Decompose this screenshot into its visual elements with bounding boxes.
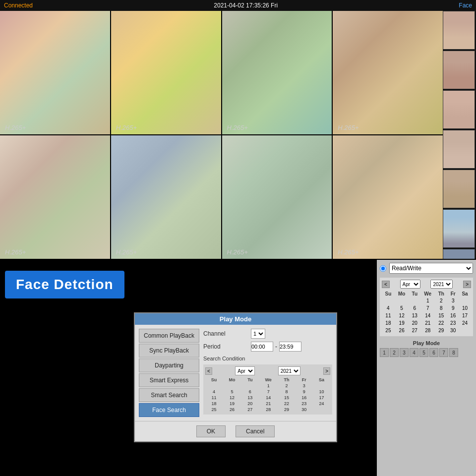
mc-day[interactable]: 29 xyxy=(278,407,295,413)
mc-day[interactable]: 26 xyxy=(223,407,241,413)
mc-day[interactable]: 14 xyxy=(259,395,278,401)
mc-day[interactable]: 28 xyxy=(259,407,278,413)
channel-select[interactable]: 1234 xyxy=(251,329,265,339)
play-mode-num-7[interactable]: 7 xyxy=(439,348,448,357)
mini-cal-month[interactable]: AprJanFeb xyxy=(235,366,255,375)
mc-day[interactable]: 8 xyxy=(278,389,295,395)
cal-day[interactable]: 13 xyxy=(409,312,421,319)
cal-day[interactable]: 24 xyxy=(459,319,471,327)
cal-day[interactable]: 2 xyxy=(435,297,447,304)
mc-day[interactable]: 20 xyxy=(241,401,259,407)
calendar-year-select[interactable]: 202120202022 xyxy=(430,280,453,289)
cal-day[interactable]: 29 xyxy=(435,327,447,334)
mini-cal-year[interactable]: 20212020 xyxy=(278,366,300,375)
cal-day[interactable]: 5 xyxy=(395,304,409,312)
cal-day[interactable]: 8 xyxy=(435,304,447,312)
mini-cal-prev[interactable]: < xyxy=(205,367,212,375)
cal-day[interactable]: 12 xyxy=(395,312,409,319)
mc-day[interactable]: 24 xyxy=(313,401,330,407)
cal-day[interactable]: 30 xyxy=(447,327,459,334)
face-thumb-5[interactable] xyxy=(443,170,475,208)
sidebar-common-playback[interactable]: Common PlayBack xyxy=(139,329,199,343)
cal-day[interactable]: 15 xyxy=(435,312,447,319)
cal-day[interactable]: 7 xyxy=(420,304,435,312)
camera-cell-6[interactable]: H.265+ xyxy=(111,135,221,259)
play-mode-num-4[interactable]: 4 xyxy=(410,348,418,357)
face-thumb-7[interactable] xyxy=(443,249,475,259)
play-mode-num-1[interactable]: 1 xyxy=(380,348,389,357)
play-mode-num-8[interactable]: 8 xyxy=(449,348,458,357)
mc-day[interactable]: 1 xyxy=(259,383,278,389)
camera-cell-2[interactable]: H.265+ xyxy=(111,11,221,134)
camera-cell-7[interactable]: H.265+ xyxy=(222,135,332,259)
cal-day[interactable]: 6 xyxy=(409,304,421,312)
mc-day[interactable]: 17 xyxy=(313,395,330,401)
cal-day[interactable]: 28 xyxy=(420,327,435,334)
face-thumb-1[interactable] xyxy=(443,11,475,50)
cal-day[interactable]: 17 xyxy=(459,312,471,319)
cal-day[interactable]: 16 xyxy=(447,312,459,319)
cal-day[interactable]: 4 xyxy=(382,304,395,312)
mc-day[interactable]: 15 xyxy=(278,395,295,401)
calendar-month-select[interactable]: AprJanFebMar MayJun xyxy=(400,280,420,289)
mc-day[interactable]: 23 xyxy=(296,401,313,407)
mc-day[interactable] xyxy=(241,383,259,389)
play-mode-num-5[interactable]: 5 xyxy=(419,348,428,357)
play-mode-num-3[interactable]: 3 xyxy=(400,348,409,357)
cal-day[interactable]: 19 xyxy=(395,319,409,327)
mc-day[interactable]: 22 xyxy=(278,401,295,407)
cal-day[interactable] xyxy=(395,297,409,304)
period-end-input[interactable] xyxy=(279,342,301,352)
cal-day[interactable]: 10 xyxy=(459,304,471,312)
mc-day[interactable]: 21 xyxy=(259,401,278,407)
camera-cell-4[interactable]: H.265+ xyxy=(333,11,443,134)
sidebar-sync-playback[interactable]: Sync PlayBack xyxy=(139,344,199,357)
cal-day[interactable] xyxy=(459,327,471,334)
mc-day[interactable]: 7 xyxy=(259,389,278,395)
camera-cell-1[interactable]: H.265+ xyxy=(0,11,110,134)
camera-cell-8[interactable]: H.265+ xyxy=(333,135,443,259)
face-thumb-2[interactable] xyxy=(443,51,475,89)
cal-day today[interactable]: 3 xyxy=(447,297,459,304)
cancel-button[interactable]: Cancel xyxy=(236,425,275,437)
mc-day[interactable]: 10 xyxy=(313,389,330,395)
mc-day[interactable]: 4 xyxy=(205,389,223,395)
mc-day[interactable]: 13 xyxy=(241,395,259,401)
mc-day[interactable]: 16 xyxy=(296,395,313,401)
sidebar-smart-express[interactable]: Smart Express xyxy=(139,373,199,387)
cal-day[interactable]: 20 xyxy=(409,319,421,327)
cal-day[interactable]: 26 xyxy=(395,327,409,334)
cal-day[interactable] xyxy=(409,297,421,304)
mc-day[interactable]: 11 xyxy=(205,395,223,401)
face-thumb-3[interactable] xyxy=(443,90,475,129)
cal-day[interactable]: 23 xyxy=(447,319,459,327)
play-mode-num-6[interactable]: 6 xyxy=(429,348,438,357)
mc-day[interactable]: 12 xyxy=(223,395,241,401)
cal-day[interactable]: 14 xyxy=(420,312,435,319)
face-link[interactable]: Face xyxy=(459,2,472,9)
mc-day[interactable]: 27 xyxy=(241,407,259,413)
camera-cell-3[interactable]: H.265+ xyxy=(222,11,332,134)
mc-day[interactable]: 18 xyxy=(205,401,223,407)
mc-day mc-today[interactable]: 3 xyxy=(296,383,313,389)
read-write-select[interactable]: Read/Write Read Only xyxy=(389,263,473,274)
mini-cal-next[interactable]: > xyxy=(323,367,330,375)
mc-day[interactable] xyxy=(205,383,223,389)
cal-day[interactable]: 25 xyxy=(382,327,395,334)
read-write-radio[interactable] xyxy=(380,265,386,272)
calendar-next-button[interactable]: > xyxy=(463,281,471,288)
mc-day[interactable] xyxy=(223,383,241,389)
cal-day[interactable]: 11 xyxy=(382,312,395,319)
camera-cell-5[interactable]: H.265+ xyxy=(0,135,110,259)
mc-day[interactable]: 25 xyxy=(205,407,223,413)
cal-day[interactable]: 1 xyxy=(420,297,435,304)
period-start-input[interactable] xyxy=(251,342,273,352)
sidebar-smart-search[interactable]: Smart Search xyxy=(139,388,199,402)
cal-day[interactable]: 27 xyxy=(409,327,421,334)
mc-day[interactable]: 9 xyxy=(296,389,313,395)
play-mode-num-2[interactable]: 2 xyxy=(390,348,399,357)
sidebar-dayparting[interactable]: Dayparting xyxy=(139,358,199,372)
mc-day[interactable]: 5 xyxy=(223,389,241,395)
cal-day[interactable]: 18 xyxy=(382,319,395,327)
mc-day[interactable] xyxy=(313,407,330,413)
